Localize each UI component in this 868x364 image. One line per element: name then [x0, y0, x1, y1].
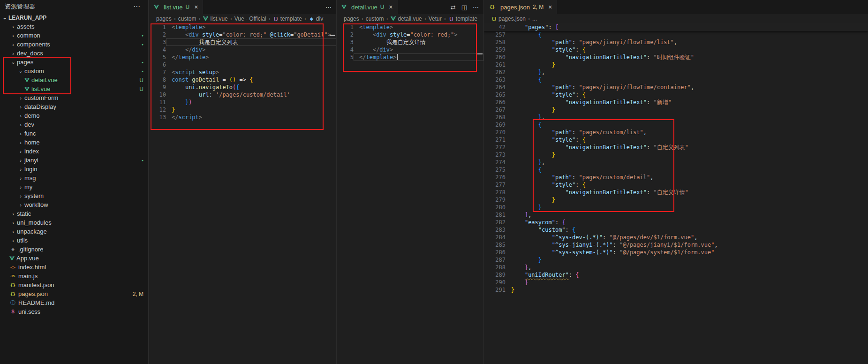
tree-folder-common[interactable]: ›common●	[0, 31, 148, 40]
code-line-281[interactable]: 281 ],	[484, 211, 868, 219]
tree-folder-assets[interactable]: ›assets	[0, 22, 148, 31]
code-line-4[interactable]: 4 </div>	[149, 46, 336, 53]
code-line-265[interactable]: 265 "style": {	[484, 91, 868, 99]
tree-folder-components[interactable]: ›components●	[0, 40, 148, 49]
tab-list.vue[interactable]: list.vueU×	[149, 0, 203, 14]
code-line-270[interactable]: 270 "path": "pages/custom/list",	[484, 129, 868, 136]
tree-folder-dev_docs[interactable]: ›dev_docs	[0, 49, 148, 58]
close-icon[interactable]: ×	[194, 3, 198, 11]
code-line-262[interactable]: 262 },	[484, 68, 868, 76]
code-line-261[interactable]: 261 }	[484, 61, 868, 68]
tree-folder-login[interactable]: ›login	[0, 165, 148, 174]
tree-folder-func[interactable]: ›func	[0, 129, 148, 138]
code-line-275[interactable]: 275 {	[484, 166, 868, 174]
code-line-9[interactable]: 9 uni.navigateTo({	[149, 83, 336, 91]
code-line-284[interactable]: 284 "^sys-dev-(.*)": "@/pages/dev/$1/for…	[484, 234, 868, 241]
tree-file-pages.json[interactable]: {}pages.json2, M	[0, 289, 148, 298]
code-line-277[interactable]: 277 "style": {	[484, 181, 868, 189]
breadcrumb-item-list-vue[interactable]: list.vue	[203, 15, 227, 22]
tree-folder-demo[interactable]: ›demo	[0, 111, 148, 120]
more-actions-icon[interactable]: ⋯	[133, 2, 141, 11]
breadcrumb-item-template[interactable]: {}template	[448, 15, 477, 22]
tree-file-App.vue[interactable]: App.vue	[0, 254, 148, 263]
code-line-276[interactable]: 276 "path": "pages/custom/detail",	[484, 174, 868, 181]
tree-file-README.md[interactable]: ⓘREADME.md	[0, 298, 148, 307]
tree-folder-index[interactable]: ›index	[0, 147, 148, 156]
code-line-279[interactable]: 279 }	[484, 196, 868, 204]
breadcrumb-item-template[interactable]: {}template	[273, 15, 302, 22]
code-line-282[interactable]: 282 "easycom": {	[484, 219, 868, 226]
code-line-3[interactable]: 3 我是自定义详情	[337, 38, 483, 46]
code-line-259[interactable]: 259 "style": {	[484, 46, 868, 53]
tab-pages.json[interactable]: {}pages.json2, M×	[484, 0, 557, 14]
code-line-291[interactable]: 291}	[484, 286, 868, 294]
tree-file-main.js[interactable]: JSmain.js	[0, 272, 148, 281]
code-line-6[interactable]: 6	[149, 61, 336, 68]
breadcrumb-item-pages[interactable]: pages	[344, 15, 359, 22]
code-line-257[interactable]: 257 {	[484, 31, 868, 38]
sticky-scroll-line[interactable]: 42 "pages": [	[484, 23, 868, 31]
open-changes-icon[interactable]: ⇄	[451, 4, 456, 11]
code-line-271[interactable]: 271 "style": {	[484, 136, 868, 144]
split-editor-icon[interactable]: ◫	[461, 4, 467, 11]
code-line-260[interactable]: 260 "navigationBarTitleText": "时间组件验证"	[484, 53, 868, 61]
breadcrumb-item-div[interactable]: ◈div	[309, 15, 323, 22]
tree-folder-utils[interactable]: ›utils	[0, 236, 148, 245]
code-line-13[interactable]: 13</script>	[149, 114, 336, 121]
tree-file-.gitignore[interactable]: ◆.gitignore	[0, 245, 148, 254]
code-line-286[interactable]: 286 "^sys-system-(.*)": "@/pages/system/…	[484, 249, 868, 256]
code-line-12[interactable]: 12}	[149, 106, 336, 114]
code-line-1[interactable]: 1<template>	[149, 23, 336, 31]
tree-folder-dataDisplay[interactable]: ›dataDisplay	[0, 102, 148, 111]
code-line-272[interactable]: 272 "navigationBarTitleText": "自定义列表"	[484, 144, 868, 151]
code-line-7[interactable]: 7<script setup>	[149, 68, 336, 76]
code-line-283[interactable]: 283 "custom": {	[484, 226, 868, 234]
code-line-4[interactable]: 4 </div>	[337, 46, 483, 53]
code-editor-detail-vue[interactable]: 1<template>2 <div style="color: red;">3 …	[337, 23, 483, 364]
code-line-264[interactable]: 264 "path": "pages/jianyi/flowTime/conta…	[484, 83, 868, 91]
breadcrumb-item-detail-vue[interactable]: detail.vue	[390, 15, 422, 22]
code-line-289[interactable]: 289 "uniIdRouter": {	[484, 271, 868, 279]
code-line-278[interactable]: 278 "navigationBarTitleText": "自定义详情"	[484, 189, 868, 196]
tree-folder-customForm[interactable]: ›customForm	[0, 93, 148, 102]
breadcrumb-item-pages[interactable]: pages	[156, 15, 172, 22]
code-line-2[interactable]: 2 <div style="color: red;" @click="goDet…	[149, 31, 336, 38]
breadcrumb-item-Vetur[interactable]: Vetur	[429, 15, 442, 22]
tree-file-uni.scss[interactable]: Suni.scss	[0, 307, 148, 316]
code-line-263[interactable]: 263 {	[484, 76, 868, 83]
code-line-2[interactable]: 2 <div style="color: red;">	[337, 31, 483, 38]
more-actions-icon[interactable]: ⋯	[325, 4, 332, 11]
code-editor-pages-json[interactable]: 42 "pages": [257 {258 "path": "pages/jia…	[484, 23, 868, 364]
code-line-285[interactable]: 285 "^sys-jianyi-(.*)": "@/pages/jianyi/…	[484, 241, 868, 249]
tree-folder-pages[interactable]: ⌄pages●	[0, 58, 148, 67]
tree-folder-unpackage[interactable]: ›unpackage	[0, 227, 148, 236]
breadcrumb-item-custom[interactable]: custom	[178, 15, 196, 22]
tab-detail.vue[interactable]: detail.vueU×	[337, 0, 398, 14]
tree-root-folder[interactable]: ⌄ LEARUN_APP	[0, 13, 148, 22]
breadcrumb-item-pages-json[interactable]: {}pages.json	[491, 15, 526, 22]
tree-folder-custom[interactable]: ⌄custom●	[0, 67, 148, 76]
code-line-8[interactable]: 8const goDetail = () => {	[149, 76, 336, 83]
code-line-290[interactable]: 290 }	[484, 279, 868, 286]
tree-folder-dev[interactable]: ›dev	[0, 120, 148, 129]
more-actions-icon[interactable]: ⋯	[473, 4, 479, 11]
code-line-268[interactable]: 268 },	[484, 114, 868, 121]
tree-folder-uni_modules[interactable]: ›uni_modules	[0, 218, 148, 227]
code-line-11[interactable]: 11 })	[149, 99, 336, 106]
code-line-5[interactable]: 5</template>	[337, 53, 483, 61]
tree-folder-msg[interactable]: ›msg	[0, 174, 148, 182]
code-line-273[interactable]: 273 }	[484, 151, 868, 159]
code-line-288[interactable]: 288 },	[484, 264, 868, 271]
tree-file-manifest.json[interactable]: {}manifest.json	[0, 281, 148, 289]
breadcrumb-item-custom[interactable]: custom	[366, 15, 384, 22]
code-line-266[interactable]: 266 "navigationBarTitleText": "新增"	[484, 99, 868, 106]
tree-folder-workflow[interactable]: ›workflow	[0, 200, 148, 209]
tree-folder-jianyi[interactable]: ›jianyi●	[0, 156, 148, 165]
close-icon[interactable]: ×	[389, 3, 392, 11]
code-line-5[interactable]: 5</template>	[149, 53, 336, 61]
code-line-287[interactable]: 287 }	[484, 256, 868, 264]
code-editor-list-vue[interactable]: 1<template>2 <div style="color: red;" @c…	[149, 23, 336, 364]
code-line-269[interactable]: 269 {	[484, 121, 868, 129]
code-line-267[interactable]: 267 }	[484, 106, 868, 114]
tree-file-list.vue[interactable]: list.vueU	[0, 84, 148, 93]
